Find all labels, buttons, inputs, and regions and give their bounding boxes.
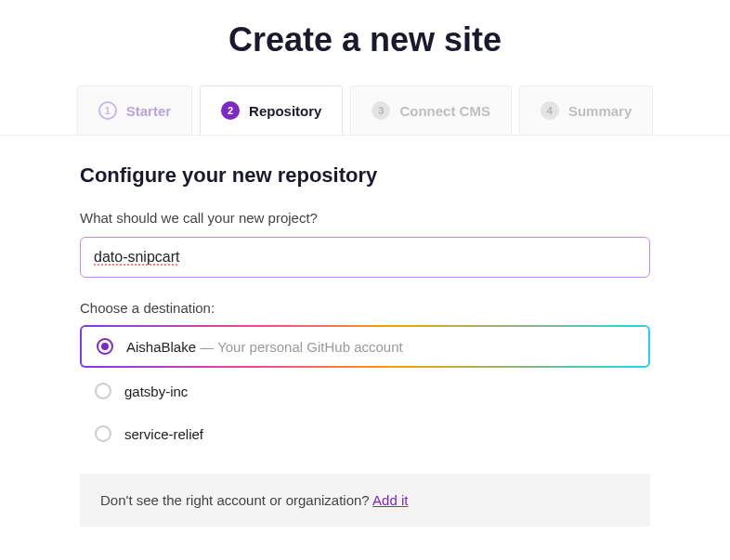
radio-icon — [95, 383, 111, 399]
step-number-icon: 2 — [221, 101, 240, 120]
destination-suffix: Your personal GitHub account — [217, 339, 403, 355]
radio-icon — [95, 425, 111, 442]
page-title: Create a new site — [0, 0, 730, 85]
tab-repository[interactable]: 2 Repository — [200, 85, 343, 135]
destination-option-org[interactable]: gatsby-inc — [80, 371, 650, 410]
form-content: Configure your new repository What shoul… — [0, 136, 730, 527]
tab-label: Summary — [568, 103, 632, 119]
destination-name: AishaBlake — [126, 339, 196, 355]
add-account-notice: Don't see the right account or organizat… — [80, 474, 650, 527]
tab-starter[interactable]: 1 Starter — [77, 85, 192, 135]
project-name-label: What should we call your new project? — [80, 210, 650, 226]
step-number-icon: 3 — [372, 101, 390, 120]
tab-summary[interactable]: 4 Summary — [519, 85, 653, 135]
step-number-icon: 4 — [541, 101, 559, 120]
tab-label: Repository — [249, 103, 321, 119]
destination-option-personal[interactable]: AishaBlake — Your personal GitHub accoun… — [80, 325, 650, 368]
step-tabs: 1 Starter 2 Repository 3 Connect CMS 4 S… — [0, 85, 730, 136]
step-number-icon: 1 — [98, 101, 117, 120]
add-account-link[interactable]: Add it — [372, 492, 408, 508]
destination-name: service-relief — [124, 426, 203, 442]
radio-icon — [97, 338, 113, 355]
notice-text: Don't see the right account or organizat… — [100, 492, 372, 508]
tab-label: Starter — [126, 103, 171, 119]
section-heading: Configure your new repository — [80, 163, 650, 188]
destination-name: gatsby-inc — [124, 384, 188, 399]
tab-label: Connect CMS — [399, 103, 490, 119]
destination-suffix-separator: — — [196, 339, 217, 355]
tab-connect-cms[interactable]: 3 Connect CMS — [350, 85, 512, 135]
destination-text: AishaBlake — Your personal GitHub accoun… — [126, 339, 403, 355]
destination-option-org[interactable]: service-relief — [80, 414, 650, 453]
project-name-input[interactable] — [80, 237, 650, 278]
destination-label: Choose a destination: — [80, 300, 650, 316]
